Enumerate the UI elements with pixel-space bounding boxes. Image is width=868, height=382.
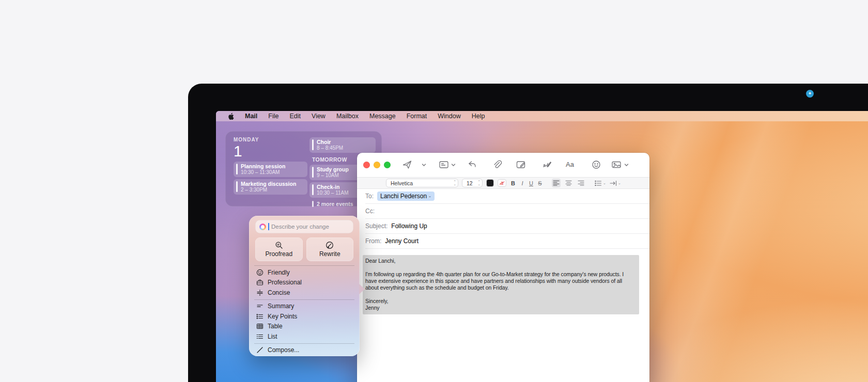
- format-button[interactable]: Aa: [566, 161, 578, 171]
- subject-field[interactable]: Subject: Following Up: [365, 219, 649, 234]
- sparkle-icon[interactable]: ✦: [806, 90, 814, 98]
- stepper-icon[interactable]: ⌃⌄: [451, 181, 456, 185]
- header-fields-chevron-icon[interactable]: [451, 162, 456, 168]
- menu-item-professional[interactable]: Professional: [255, 278, 353, 288]
- chevron-down-icon: ⌄: [603, 181, 606, 185]
- send-options-chevron-icon[interactable]: [421, 162, 427, 168]
- menu-item-mailbox[interactable]: Mailbox: [336, 113, 359, 120]
- strikethrough-button[interactable]: S: [537, 180, 542, 186]
- markup-button[interactable]: [516, 160, 526, 170]
- italic-button[interactable]: I: [520, 180, 525, 186]
- event-color-bar: [312, 201, 314, 207]
- send-button[interactable]: [402, 160, 412, 170]
- compose-label: Compose...: [268, 346, 299, 354]
- key-points-label: Key Points: [268, 313, 297, 320]
- stepper-icon[interactable]: ⌃⌄: [475, 181, 481, 185]
- signature-button[interactable]: [542, 160, 552, 170]
- text-color-swatch[interactable]: [486, 179, 494, 187]
- menu-item-window[interactable]: Window: [438, 113, 460, 120]
- menu-item-mail[interactable]: Mail: [245, 113, 257, 120]
- calendar-event[interactable]: Choir 8 – 8:45PM: [309, 137, 376, 153]
- describe-change-input-wrap[interactable]: [255, 220, 353, 233]
- photo-options-chevron-icon[interactable]: [624, 162, 629, 168]
- bold-button[interactable]: B: [510, 180, 516, 186]
- desktop-screen: Mail File Edit View Mailbox Message Form…: [216, 111, 868, 382]
- align-center-button[interactable]: [564, 179, 573, 187]
- briefcase-icon: [256, 279, 264, 286]
- divider: [254, 265, 354, 266]
- from-field[interactable]: From: Jenny Court: [365, 234, 649, 249]
- event-color-bar: [312, 184, 314, 195]
- calendar-event[interactable]: Planning session 10:30 – 11:30AM: [234, 162, 307, 177]
- menu-item-format[interactable]: Format: [407, 113, 427, 120]
- recipient-pill[interactable]: Lanchi Pederson ⌄: [377, 192, 435, 201]
- attach-button[interactable]: [492, 160, 502, 170]
- menu-item-help[interactable]: Help: [472, 113, 485, 120]
- rewrite-pencil-icon: [326, 241, 334, 249]
- divider: [254, 343, 354, 344]
- highlight-color-button[interactable]: a: [498, 179, 506, 187]
- more-events-label: 2 more events: [317, 201, 353, 207]
- font-size-value: 12: [467, 180, 473, 186]
- event-title: Study group: [317, 166, 349, 172]
- list-label: List: [268, 333, 277, 340]
- align-right-button[interactable]: [577, 179, 585, 187]
- concise-compress-icon: [256, 289, 264, 296]
- summary-label: Summary: [268, 303, 294, 310]
- text-caret: [268, 223, 269, 230]
- menu-item-list[interactable]: List: [255, 331, 353, 342]
- menu-item-key-points[interactable]: Key Points: [255, 311, 353, 322]
- apple-intelligence-icon: [259, 224, 266, 230]
- menu-item-file[interactable]: File: [268, 113, 278, 120]
- summary-icon: [256, 303, 264, 310]
- to-field[interactable]: To: Lanchi Pederson ⌄: [365, 189, 649, 204]
- zoom-button[interactable]: [384, 162, 391, 168]
- event-time: 2 – 3:30PM: [241, 187, 296, 193]
- chevron-down-icon: ⌄: [618, 181, 621, 185]
- professional-label: Professional: [268, 279, 302, 286]
- reply-arrow-button[interactable]: [467, 160, 477, 170]
- divider: [254, 299, 354, 300]
- list-style-button[interactable]: ⌄: [595, 180, 606, 186]
- apple-logo-icon[interactable]: [227, 113, 234, 120]
- event-title: Marketing discussion: [241, 181, 296, 187]
- rewrite-button[interactable]: Rewrite: [306, 237, 354, 261]
- menu-item-edit[interactable]: Edit: [289, 113, 301, 120]
- font-size-select[interactable]: 12 ⌃⌄: [462, 179, 483, 187]
- close-button[interactable]: [363, 162, 370, 168]
- message-body[interactable]: Dear Lanchi, I'm following up regarding …: [357, 249, 649, 314]
- header-fields-button[interactable]: [439, 160, 449, 170]
- concise-label: Concise: [268, 289, 290, 296]
- menu-item-table[interactable]: Table: [255, 322, 353, 332]
- photo-browser-button[interactable]: [611, 160, 622, 170]
- table-label: Table: [268, 323, 283, 330]
- compose-pencil-icon: [256, 346, 264, 354]
- friendly-label: Friendly: [268, 269, 290, 276]
- proofread-button[interactable]: Proofread: [255, 237, 303, 261]
- compose-toolbar: Aa: [357, 153, 649, 177]
- recipient-name: Lanchi Pederson: [380, 193, 427, 200]
- minimize-button[interactable]: [374, 162, 380, 168]
- menu-item-view[interactable]: View: [312, 113, 326, 120]
- menu-item-summary[interactable]: Summary: [255, 301, 353, 312]
- calendar-event[interactable]: Marketing discussion 2 – 3:30PM: [234, 179, 307, 195]
- align-left-button[interactable]: [552, 179, 561, 187]
- selected-text-highlight[interactable]: Dear Lanchi, I'm following up regarding …: [363, 255, 639, 314]
- cc-field[interactable]: Cc:: [365, 204, 649, 219]
- writing-tools-popover: Proofread Rewrite Friendly Professional …: [249, 216, 360, 356]
- menu-item-compose[interactable]: Compose...: [255, 345, 353, 356]
- emoji-button[interactable]: [591, 160, 601, 170]
- menu-item-message[interactable]: Message: [369, 113, 396, 120]
- recipient-chevron-icon[interactable]: ⌄: [428, 194, 431, 198]
- describe-change-input[interactable]: [271, 224, 349, 230]
- menu-item-concise[interactable]: Concise: [255, 288, 353, 298]
- event-color-bar: [236, 181, 238, 192]
- font-family-select[interactable]: Helvetica ⌃⌄: [386, 179, 458, 187]
- event-title: Check-in: [317, 184, 349, 190]
- font-family-value: Helvetica: [391, 180, 413, 186]
- indent-button[interactable]: ⌄: [610, 180, 621, 186]
- underline-button[interactable]: U: [529, 180, 534, 186]
- popover-arrow: [359, 284, 365, 294]
- table-icon: [256, 323, 264, 330]
- menu-item-friendly[interactable]: Friendly: [255, 267, 353, 278]
